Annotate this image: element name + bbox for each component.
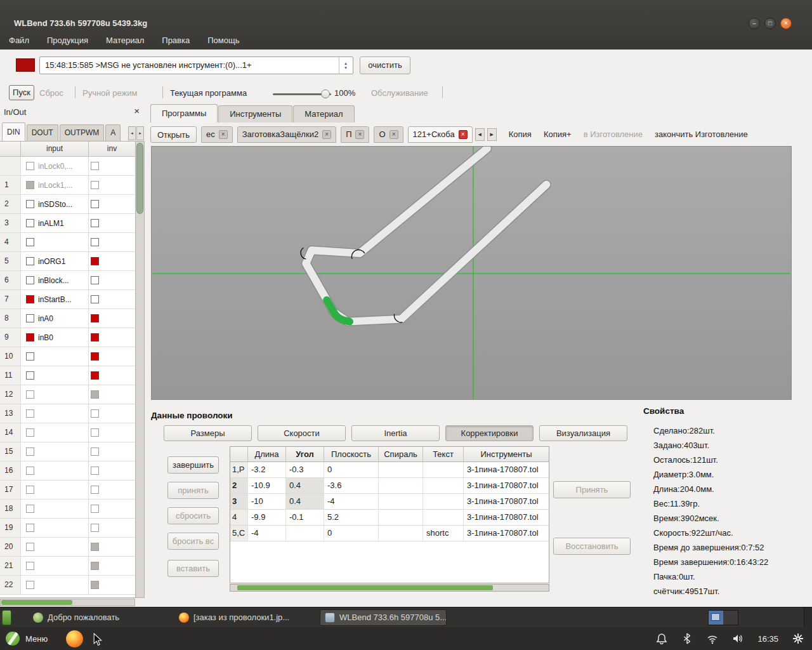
inv-checkbox[interactable] <box>91 390 99 399</box>
inv-checkbox[interactable] <box>91 257 99 265</box>
input-checkbox[interactable] <box>26 352 34 361</box>
inv-checkbox[interactable] <box>91 162 99 170</box>
workspace-active[interactable] <box>709 611 723 625</box>
io-tab-OUTPWM[interactable]: OUTPWM <box>60 124 105 141</box>
input-checkbox[interactable] <box>26 543 34 551</box>
inv-checkbox[interactable] <box>91 581 99 589</box>
input-checkbox[interactable] <box>26 276 34 284</box>
taskbar-applet-icon[interactable] <box>2 610 11 625</box>
view-button-Inertia[interactable]: Inertia <box>351 425 440 441</box>
scrollbar-thumb[interactable] <box>1 600 72 605</box>
tab-scroll-left-icon[interactable]: ◂ <box>128 126 136 140</box>
wire-data-row[interactable]: 4-9.9-0.15.23-1пина-170807.tol <box>230 510 549 526</box>
inv-checkbox[interactable] <box>91 448 99 456</box>
panel-close-icon[interactable]: × <box>134 105 140 116</box>
bluetooth-icon[interactable] <box>681 633 693 644</box>
view-button-Скорости[interactable]: Скорости <box>258 425 346 441</box>
menu-item-Правка[interactable]: Правка <box>153 33 199 50</box>
inv-checkbox[interactable] <box>91 428 99 437</box>
log-message-combo[interactable]: 15:48:15:585 >MSG не установлен инструме… <box>39 56 353 74</box>
wire-data-row[interactable]: 2-10.90.4-3.63-1пина-170807.tol <box>230 478 549 494</box>
input-checkbox[interactable] <box>26 200 34 208</box>
view-button-Размеры[interactable]: Размеры <box>164 425 252 441</box>
menu-item-Материал[interactable]: Материал <box>97 33 153 50</box>
wire-data-row[interactable]: 1,P-3.2-0.303-1пина-170807.tol <box>230 462 549 478</box>
inv-checkbox[interactable] <box>91 181 99 189</box>
close-icon[interactable]: × <box>780 18 792 29</box>
notification-bell-icon[interactable] <box>656 633 667 644</box>
input-checkbox[interactable] <box>26 219 34 227</box>
button-завершить[interactable]: завершить <box>167 456 219 474</box>
program-tab[interactable]: О× <box>374 126 403 143</box>
action-Копия+[interactable]: Копия+ <box>544 129 572 139</box>
menu-item-Файл[interactable]: Файл <box>0 33 38 50</box>
input-checkbox[interactable] <box>26 371 34 380</box>
inv-checkbox[interactable] <box>91 200 99 208</box>
input-checkbox[interactable] <box>26 295 34 303</box>
launcher-star-icon[interactable] <box>792 633 804 644</box>
inv-checkbox[interactable] <box>91 524 99 532</box>
wire-data-row[interactable]: 5,C-40shortc3-1пина-170807.tol <box>230 526 549 541</box>
input-checkbox[interactable] <box>26 562 34 570</box>
input-checkbox[interactable] <box>26 181 34 189</box>
tabs-prev-icon[interactable]: ◀ <box>475 128 485 141</box>
tab-scroll-right-icon[interactable]: ▸ <box>136 126 144 140</box>
start-button[interactable]: Пуск <box>9 85 34 100</box>
tabs-next-icon[interactable]: ▶ <box>487 128 497 141</box>
io-vertical-scrollbar[interactable] <box>135 141 145 598</box>
clear-button[interactable]: очистить <box>360 56 410 74</box>
slider-handle[interactable] <box>321 90 330 98</box>
io-horizontal-scrollbar[interactable] <box>0 599 135 606</box>
inv-checkbox[interactable] <box>91 562 99 570</box>
input-checkbox[interactable] <box>26 581 34 589</box>
taskbar-window[interactable]: WLBend 733.6h 597708u 5... <box>320 609 447 626</box>
taskbar-window[interactable]: [заказ из проволоки1.jp... <box>174 609 301 626</box>
program-tab[interactable]: ес× <box>201 126 233 143</box>
input-checkbox[interactable] <box>26 467 34 475</box>
inv-checkbox[interactable] <box>91 219 99 227</box>
workspace-other[interactable] <box>723 611 738 625</box>
wifi-icon[interactable] <box>707 633 718 644</box>
input-checkbox[interactable] <box>26 448 34 456</box>
volume-icon[interactable] <box>732 633 743 644</box>
spinner-up-icon[interactable]: ▴ <box>344 61 347 65</box>
table-horizontal-scrollbar[interactable] <box>230 584 549 592</box>
inv-checkbox[interactable] <box>91 295 99 303</box>
inv-checkbox[interactable] <box>91 486 99 494</box>
current-program-button[interactable]: Текущая программа <box>170 88 247 98</box>
speed-slider[interactable] <box>273 90 331 98</box>
inv-checkbox[interactable] <box>91 543 99 551</box>
input-checkbox[interactable] <box>26 409 34 418</box>
clock[interactable]: 16:35 <box>757 634 778 644</box>
io-tab-A[interactable]: A <box>105 124 121 141</box>
tab-close-icon[interactable]: × <box>219 130 228 139</box>
inv-checkbox[interactable] <box>91 333 99 342</box>
inv-checkbox[interactable] <box>91 371 99 380</box>
taskbar-window[interactable]: Добро пожаловать <box>28 609 155 626</box>
scrollbar-thumb[interactable] <box>136 143 143 214</box>
view-button-Визуализация[interactable]: Визуализация <box>539 425 627 441</box>
input-checkbox[interactable] <box>26 257 34 265</box>
inv-checkbox[interactable] <box>91 314 99 322</box>
program-tab[interactable]: П× <box>341 126 369 143</box>
minimize-icon[interactable]: – <box>749 18 760 29</box>
input-checkbox[interactable] <box>26 333 34 342</box>
input-checkbox[interactable] <box>26 486 34 494</box>
tab-close-icon[interactable]: × <box>459 130 468 139</box>
menu-button[interactable]: Меню <box>0 627 58 650</box>
input-checkbox[interactable] <box>26 238 34 246</box>
tab-Инструменты[interactable]: Инструменты <box>218 105 292 123</box>
menu-item-Продукция[interactable]: Продукция <box>38 33 97 50</box>
inv-checkbox[interactable] <box>91 352 99 361</box>
io-tab-DOUT[interactable]: DOUT <box>27 124 58 141</box>
input-checkbox[interactable] <box>26 505 34 513</box>
input-checkbox[interactable] <box>26 428 34 437</box>
maximize-icon[interactable]: □ <box>764 18 776 29</box>
program-tab[interactable]: ЗаготовкаЗащёлки2× <box>237 126 336 143</box>
scrollbar-thumb[interactable] <box>237 585 493 590</box>
wire-3d-viewport[interactable] <box>151 146 792 400</box>
workspace-switcher[interactable] <box>708 610 738 625</box>
program-tab[interactable]: 121+Скоба× <box>408 126 473 143</box>
io-tab-DIN[interactable]: DIN <box>2 123 25 141</box>
inv-checkbox[interactable] <box>91 505 99 513</box>
